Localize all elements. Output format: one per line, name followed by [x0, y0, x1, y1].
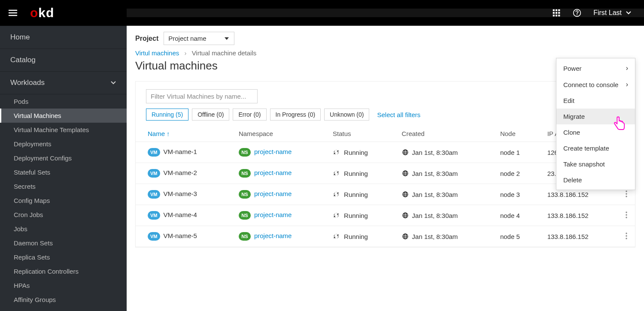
hamburger-button[interactable] [0, 8, 26, 18]
menu-item-label: Migrate [563, 113, 585, 120]
sidebar-workloads[interactable]: Workloads [0, 72, 127, 94]
menu-item-delete[interactable]: Delete [556, 172, 635, 188]
user-menu[interactable]: First Last [593, 9, 631, 17]
col-created[interactable]: Created [395, 126, 493, 142]
filter-pill[interactable]: Running (5) [146, 109, 188, 121]
menu-item-take-snapshot[interactable]: Take snapshot [556, 156, 635, 172]
menu-item-power[interactable]: Power› [556, 60, 635, 76]
apps-grid-icon[interactable] [552, 9, 561, 17]
globe-icon [402, 212, 409, 219]
sidebar-item-pods[interactable]: Pods [0, 94, 127, 109]
svg-rect-4 [556, 12, 557, 14]
sidebar-item-stateful-sets[interactable]: Stateful Sets [0, 165, 127, 179]
sidebar-item-hpas[interactable]: HPAs [0, 278, 127, 293]
sidebar-item-replica-sets[interactable]: Replica Sets [0, 250, 127, 264]
filter-pill[interactable]: In Progress (0) [270, 109, 321, 121]
svg-rect-3 [553, 12, 555, 14]
svg-rect-8 [558, 15, 560, 16]
filter-pill[interactable]: Unknown (0) [324, 109, 369, 121]
namespace-link[interactable]: project-name [254, 169, 292, 176]
namespace-link[interactable]: project-name [254, 232, 292, 239]
filter-pill[interactable]: Offline (0) [192, 109, 229, 121]
created-text: Jan 1st, 8:30am [412, 191, 458, 198]
breadcrumb-sep: › [184, 49, 186, 57]
help-icon[interactable] [573, 9, 581, 17]
svg-point-10 [577, 15, 577, 15]
row-kebab-button[interactable] [618, 205, 635, 226]
sync-icon [333, 212, 340, 219]
svg-point-34 [626, 235, 627, 236]
ns-badge: NS [239, 211, 251, 220]
menu-item-label: Connect to console [563, 81, 618, 88]
kebab-icon [626, 190, 627, 197]
created-text: Jan 1st, 8:30am [412, 233, 458, 240]
sidebar-item-secrets[interactable]: Secrets [0, 179, 127, 193]
project-select[interactable]: Project name [164, 32, 234, 45]
topbar-right: First Last [127, 9, 644, 17]
filter-input[interactable] [146, 89, 258, 103]
sidebar-item-deployments[interactable]: Deployments [0, 137, 127, 151]
namespace-link[interactable]: project-name [254, 190, 292, 197]
breadcrumb: Virtul machines › Virtual machine detail… [127, 49, 644, 57]
kebab-icon [626, 211, 627, 218]
filter-pill[interactable]: Error (0) [233, 109, 266, 121]
sidebar-item-virtual-machines[interactable]: Virtual Machines [0, 109, 127, 123]
menu-item-label: Take snapshot [563, 160, 605, 168]
vm-name[interactable]: VM-name-2 [164, 169, 197, 176]
sidebar-item-affinity-groups[interactable]: Affinity Groups [0, 293, 127, 307]
ip-text: 133.8.186.152 [541, 226, 618, 247]
menu-item-label: Create template [563, 145, 609, 152]
svg-rect-6 [553, 15, 555, 16]
svg-point-23 [626, 190, 627, 192]
ns-badge: NS [239, 232, 251, 241]
status-text: Running [344, 191, 368, 198]
sync-icon [333, 149, 340, 156]
sidebar-item-deployment-configs[interactable]: Deployment Configs [0, 151, 127, 165]
sidebar-home[interactable]: Home [0, 26, 127, 49]
menu-item-connect-to-console[interactable]: Connect to console› [556, 76, 635, 93]
caret-down-icon [626, 11, 631, 15]
namespace-link[interactable]: project-name [254, 211, 292, 218]
node-text: node 5 [493, 226, 541, 247]
filter-pill-row: Running (5)Offline (0)Error (0)In Progre… [146, 109, 625, 121]
svg-point-35 [626, 238, 627, 239]
sidebar-item-virtual-machine-templates[interactable]: Virtual Machine Templates [0, 123, 127, 137]
row-action-menu: Power›Connect to console›EditMigrateClon… [556, 58, 635, 190]
breadcrumb-link[interactable]: Virtul machines [135, 49, 179, 57]
globe-icon [402, 149, 409, 156]
select-all-filters[interactable]: Select all filters [377, 111, 420, 118]
created-text: Jan 1st, 8:30am [412, 170, 458, 177]
col-namespace[interactable]: Namespace [232, 126, 326, 142]
main-content: Project Project name Virtul machines › V… [127, 26, 644, 311]
col-status[interactable]: Status [326, 126, 395, 142]
vm-name[interactable]: VM-name-3 [164, 190, 197, 197]
table-row: VMVM-name-5NSproject-nameRunningJan 1st,… [136, 226, 635, 247]
node-text: node 2 [493, 163, 541, 184]
vm-name[interactable]: VM-name-1 [164, 148, 197, 155]
vm-name[interactable]: VM-name-4 [164, 211, 197, 218]
menu-item-clone[interactable]: Clone [556, 124, 635, 140]
row-kebab-button[interactable] [618, 226, 635, 247]
sidebar-catalog[interactable]: Catalog [0, 49, 127, 72]
menu-item-create-template[interactable]: Create template [556, 140, 635, 156]
status-text: Running [344, 149, 368, 156]
col-node[interactable]: Node [493, 126, 541, 142]
chevron-right-icon: › [626, 64, 628, 72]
sidebar-item-cron-jobs[interactable]: Cron Jobs [0, 208, 127, 222]
sort-up-icon: ↑ [167, 130, 170, 137]
vm-name[interactable]: VM-name-5 [164, 232, 197, 239]
sidebar-item-daemon-sets[interactable]: Daemon Sets [0, 236, 127, 250]
sidebar-item-jobs[interactable]: Jobs [0, 222, 127, 236]
vm-badge: VM [148, 211, 160, 220]
sidebar-item-replication-controllers[interactable]: Replication Controllers [0, 264, 127, 278]
project-bar: Project Project name [127, 26, 644, 49]
namespace-link[interactable]: project-name [254, 148, 292, 155]
menu-item-edit[interactable]: Edit [556, 93, 635, 109]
svg-point-33 [626, 232, 627, 234]
col-name[interactable]: Name↑ [136, 126, 232, 142]
globe-icon [402, 233, 409, 240]
menu-item-label: Power [563, 65, 582, 72]
menu-item-migrate[interactable]: Migrate [556, 109, 635, 124]
sidebar-item-config-maps[interactable]: Config Maps [0, 193, 127, 208]
svg-point-29 [626, 214, 627, 215]
